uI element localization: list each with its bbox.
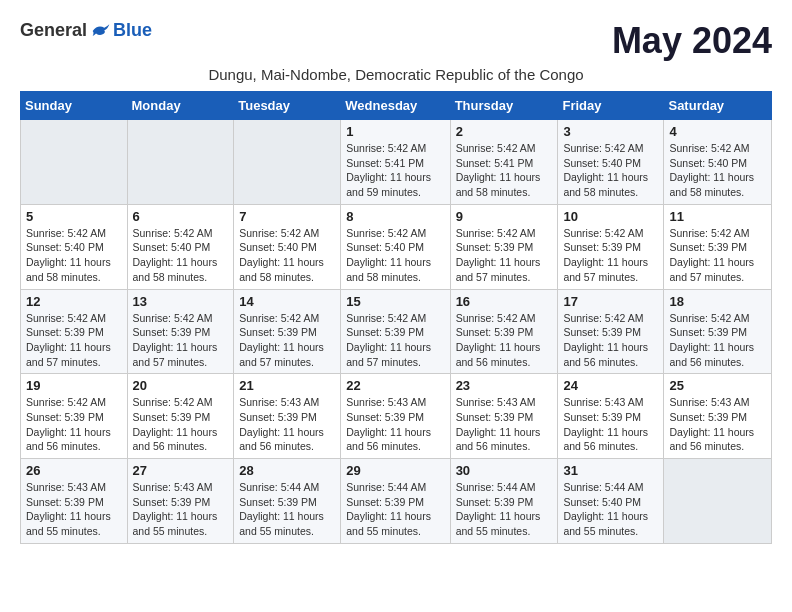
day-number: 28	[239, 463, 335, 478]
day-number: 20	[133, 378, 229, 393]
day-number: 3	[563, 124, 658, 139]
day-number: 9	[456, 209, 553, 224]
day-info: Sunrise: 5:42 AMSunset: 5:39 PMDaylight:…	[26, 395, 122, 454]
day-number: 24	[563, 378, 658, 393]
day-info: Sunrise: 5:43 AMSunset: 5:39 PMDaylight:…	[133, 480, 229, 539]
day-info: Sunrise: 5:42 AMSunset: 5:39 PMDaylight:…	[239, 311, 335, 370]
day-number: 8	[346, 209, 444, 224]
calendar-cell: 13Sunrise: 5:42 AMSunset: 5:39 PMDayligh…	[127, 289, 234, 374]
calendar-cell: 10Sunrise: 5:42 AMSunset: 5:39 PMDayligh…	[558, 204, 664, 289]
day-info: Sunrise: 5:44 AMSunset: 5:39 PMDaylight:…	[346, 480, 444, 539]
day-number: 4	[669, 124, 766, 139]
day-info: Sunrise: 5:42 AMSunset: 5:39 PMDaylight:…	[563, 226, 658, 285]
calendar-cell: 16Sunrise: 5:42 AMSunset: 5:39 PMDayligh…	[450, 289, 558, 374]
location-title: Dungu, Mai-Ndombe, Democratic Republic o…	[20, 66, 772, 83]
day-info: Sunrise: 5:42 AMSunset: 5:39 PMDaylight:…	[133, 311, 229, 370]
logo-general-text: General	[20, 20, 87, 41]
logo-bird-icon	[91, 21, 111, 41]
month-title: May 2024	[612, 20, 772, 62]
day-info: Sunrise: 5:44 AMSunset: 5:40 PMDaylight:…	[563, 480, 658, 539]
day-number: 30	[456, 463, 553, 478]
calendar-cell: 3Sunrise: 5:42 AMSunset: 5:40 PMDaylight…	[558, 120, 664, 205]
calendar-cell: 18Sunrise: 5:42 AMSunset: 5:39 PMDayligh…	[664, 289, 772, 374]
day-info: Sunrise: 5:43 AMSunset: 5:39 PMDaylight:…	[669, 395, 766, 454]
calendar-cell: 1Sunrise: 5:42 AMSunset: 5:41 PMDaylight…	[341, 120, 450, 205]
day-info: Sunrise: 5:42 AMSunset: 5:41 PMDaylight:…	[456, 141, 553, 200]
calendar-cell: 26Sunrise: 5:43 AMSunset: 5:39 PMDayligh…	[21, 459, 128, 544]
day-info: Sunrise: 5:42 AMSunset: 5:40 PMDaylight:…	[133, 226, 229, 285]
day-number: 21	[239, 378, 335, 393]
day-info: Sunrise: 5:43 AMSunset: 5:39 PMDaylight:…	[456, 395, 553, 454]
day-number: 5	[26, 209, 122, 224]
calendar-cell: 31Sunrise: 5:44 AMSunset: 5:40 PMDayligh…	[558, 459, 664, 544]
calendar-week-row: 19Sunrise: 5:42 AMSunset: 5:39 PMDayligh…	[21, 374, 772, 459]
calendar-cell: 23Sunrise: 5:43 AMSunset: 5:39 PMDayligh…	[450, 374, 558, 459]
day-number: 13	[133, 294, 229, 309]
calendar-cell: 2Sunrise: 5:42 AMSunset: 5:41 PMDaylight…	[450, 120, 558, 205]
day-number: 1	[346, 124, 444, 139]
calendar-cell	[234, 120, 341, 205]
day-number: 29	[346, 463, 444, 478]
day-number: 31	[563, 463, 658, 478]
calendar-cell: 29Sunrise: 5:44 AMSunset: 5:39 PMDayligh…	[341, 459, 450, 544]
day-info: Sunrise: 5:43 AMSunset: 5:39 PMDaylight:…	[239, 395, 335, 454]
calendar-cell: 24Sunrise: 5:43 AMSunset: 5:39 PMDayligh…	[558, 374, 664, 459]
calendar-cell: 15Sunrise: 5:42 AMSunset: 5:39 PMDayligh…	[341, 289, 450, 374]
day-number: 19	[26, 378, 122, 393]
day-number: 2	[456, 124, 553, 139]
calendar-week-row: 5Sunrise: 5:42 AMSunset: 5:40 PMDaylight…	[21, 204, 772, 289]
calendar-week-row: 26Sunrise: 5:43 AMSunset: 5:39 PMDayligh…	[21, 459, 772, 544]
calendar-cell	[664, 459, 772, 544]
calendar-cell: 25Sunrise: 5:43 AMSunset: 5:39 PMDayligh…	[664, 374, 772, 459]
calendar-cell: 19Sunrise: 5:42 AMSunset: 5:39 PMDayligh…	[21, 374, 128, 459]
day-number: 18	[669, 294, 766, 309]
day-info: Sunrise: 5:42 AMSunset: 5:41 PMDaylight:…	[346, 141, 444, 200]
day-info: Sunrise: 5:42 AMSunset: 5:39 PMDaylight:…	[669, 311, 766, 370]
day-number: 11	[669, 209, 766, 224]
day-number: 26	[26, 463, 122, 478]
calendar-cell: 20Sunrise: 5:42 AMSunset: 5:39 PMDayligh…	[127, 374, 234, 459]
day-info: Sunrise: 5:43 AMSunset: 5:39 PMDaylight:…	[346, 395, 444, 454]
logo: General Blue	[20, 20, 152, 41]
day-info: Sunrise: 5:43 AMSunset: 5:39 PMDaylight:…	[563, 395, 658, 454]
day-info: Sunrise: 5:44 AMSunset: 5:39 PMDaylight:…	[239, 480, 335, 539]
header-monday: Monday	[127, 92, 234, 120]
day-info: Sunrise: 5:43 AMSunset: 5:39 PMDaylight:…	[26, 480, 122, 539]
calendar-cell: 27Sunrise: 5:43 AMSunset: 5:39 PMDayligh…	[127, 459, 234, 544]
day-number: 23	[456, 378, 553, 393]
calendar-cell: 30Sunrise: 5:44 AMSunset: 5:39 PMDayligh…	[450, 459, 558, 544]
day-info: Sunrise: 5:42 AMSunset: 5:40 PMDaylight:…	[26, 226, 122, 285]
calendar-cell: 6Sunrise: 5:42 AMSunset: 5:40 PMDaylight…	[127, 204, 234, 289]
calendar-cell: 9Sunrise: 5:42 AMSunset: 5:39 PMDaylight…	[450, 204, 558, 289]
day-info: Sunrise: 5:42 AMSunset: 5:39 PMDaylight:…	[133, 395, 229, 454]
calendar-week-row: 1Sunrise: 5:42 AMSunset: 5:41 PMDaylight…	[21, 120, 772, 205]
header-tuesday: Tuesday	[234, 92, 341, 120]
calendar-cell: 22Sunrise: 5:43 AMSunset: 5:39 PMDayligh…	[341, 374, 450, 459]
calendar-cell: 5Sunrise: 5:42 AMSunset: 5:40 PMDaylight…	[21, 204, 128, 289]
day-number: 6	[133, 209, 229, 224]
day-number: 22	[346, 378, 444, 393]
day-info: Sunrise: 5:42 AMSunset: 5:40 PMDaylight:…	[563, 141, 658, 200]
day-number: 14	[239, 294, 335, 309]
calendar-header-row: SundayMondayTuesdayWednesdayThursdayFrid…	[21, 92, 772, 120]
header-friday: Friday	[558, 92, 664, 120]
calendar-cell: 21Sunrise: 5:43 AMSunset: 5:39 PMDayligh…	[234, 374, 341, 459]
day-info: Sunrise: 5:42 AMSunset: 5:39 PMDaylight:…	[346, 311, 444, 370]
day-number: 7	[239, 209, 335, 224]
header-wednesday: Wednesday	[341, 92, 450, 120]
header-thursday: Thursday	[450, 92, 558, 120]
calendar-cell	[21, 120, 128, 205]
logo-blue-text: Blue	[113, 20, 152, 41]
day-number: 27	[133, 463, 229, 478]
day-info: Sunrise: 5:42 AMSunset: 5:39 PMDaylight:…	[456, 311, 553, 370]
calendar-cell: 11Sunrise: 5:42 AMSunset: 5:39 PMDayligh…	[664, 204, 772, 289]
calendar-cell: 14Sunrise: 5:42 AMSunset: 5:39 PMDayligh…	[234, 289, 341, 374]
day-number: 16	[456, 294, 553, 309]
day-info: Sunrise: 5:42 AMSunset: 5:39 PMDaylight:…	[456, 226, 553, 285]
calendar-cell: 12Sunrise: 5:42 AMSunset: 5:39 PMDayligh…	[21, 289, 128, 374]
day-info: Sunrise: 5:44 AMSunset: 5:39 PMDaylight:…	[456, 480, 553, 539]
day-info: Sunrise: 5:42 AMSunset: 5:40 PMDaylight:…	[239, 226, 335, 285]
day-info: Sunrise: 5:42 AMSunset: 5:39 PMDaylight:…	[669, 226, 766, 285]
calendar-cell: 4Sunrise: 5:42 AMSunset: 5:40 PMDaylight…	[664, 120, 772, 205]
calendar-cell	[127, 120, 234, 205]
